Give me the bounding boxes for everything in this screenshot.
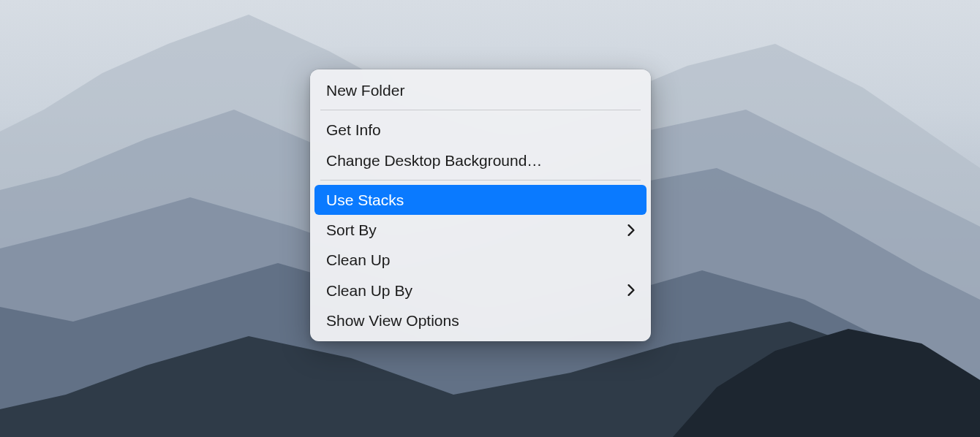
menu-item-label: Get Info — [326, 120, 381, 140]
menu-item-label: Change Desktop Background… — [326, 151, 542, 170]
chevron-right-icon — [627, 224, 635, 236]
menu-item-clean-up-by[interactable]: Clean Up By — [310, 276, 651, 305]
menu-item-label: Show View Options — [326, 311, 459, 330]
menu-item-label: Sort By — [326, 220, 377, 240]
menu-item-use-stacks[interactable]: Use Stacks — [314, 185, 647, 215]
menu-item-label: Clean Up By — [326, 281, 412, 300]
menu-item-clean-up[interactable]: Clean Up — [310, 245, 651, 275]
menu-separator — [320, 180, 641, 180]
menu-item-show-view-options[interactable]: Show View Options — [310, 305, 651, 335]
menu-item-label: Use Stacks — [326, 190, 404, 210]
chevron-right-icon — [627, 284, 635, 296]
menu-item-label: Clean Up — [326, 250, 391, 270]
menu-item-new-folder[interactable]: New Folder — [310, 75, 651, 105]
menu-item-sort-by[interactable]: Sort By — [310, 215, 651, 245]
desktop-context-menu: New Folder Get Info Change Desktop Backg… — [310, 69, 651, 341]
menu-item-change-desktop-background[interactable]: Change Desktop Background… — [310, 145, 651, 175]
menu-separator — [320, 110, 641, 110]
menu-item-label: New Folder — [326, 80, 404, 100]
menu-item-get-info[interactable]: Get Info — [310, 115, 651, 145]
